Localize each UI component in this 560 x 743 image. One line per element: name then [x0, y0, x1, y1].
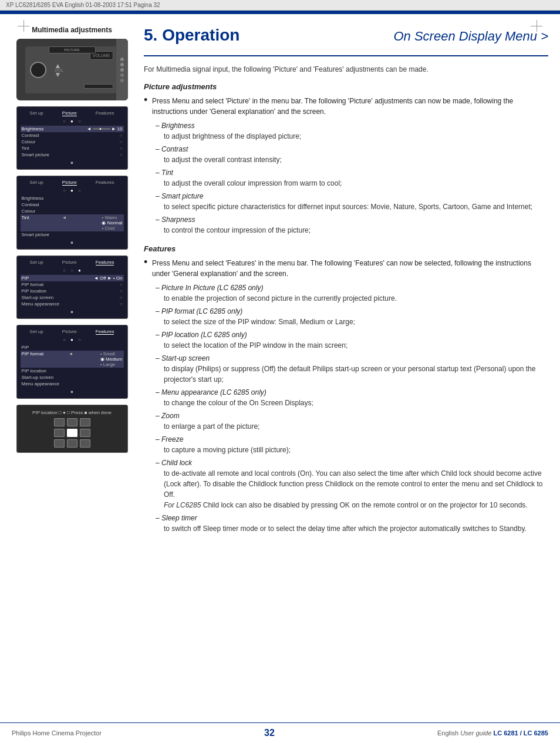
- footer-left: Philips Home Cinema Projector: [12, 729, 102, 737]
- section-title: 5. Operation: [144, 26, 239, 45]
- footer: Philips Home Cinema Projector 32 English…: [0, 722, 560, 743]
- top-bar-text: XP LC6281/6285 EVA English 01-08-2003 17…: [6, 2, 160, 8]
- list-item: – Child lock to de-activate all remote a…: [156, 458, 548, 510]
- screen-picture-brightness: Set up Picture Features ○ ● ○ Brightness…: [16, 106, 128, 170]
- footer-right: English User guide LC 6281 / LC 6285: [437, 729, 548, 737]
- intro-text: For Multimedia signal input, the followi…: [144, 65, 548, 73]
- list-item: – PIP location (LC 6285 only) to select …: [156, 330, 548, 351]
- bullet-dot: •: [144, 95, 152, 117]
- feature-desc-pip-format: to select the size of the PIP window: Sm…: [164, 317, 548, 327]
- list-item: – Tint to adjust the overall colour impr…: [156, 167, 548, 189]
- projector-illustration: VOLUME PICTURE ▲VOL▼: [16, 39, 128, 100]
- list-item: – Smart picture to select specific pictu…: [156, 191, 548, 212]
- features-section: Features • Press Menu and select 'Featur…: [144, 244, 548, 534]
- feature-desc-childlock: to de-activate all remote and local cont…: [164, 468, 548, 510]
- feature-desc-sleep: to switch off Sleep timer mode or to sel…: [164, 523, 548, 534]
- list-item: – Contrast to adjust the overall contras…: [156, 144, 548, 165]
- section-subtitle: On Screen Display Menu >: [393, 29, 548, 44]
- screen-pip-format: Set up Picture Features ○ ● ○ PIP PIP fo…: [16, 325, 128, 399]
- list-item: – Freeze to capture a moving picture (st…: [156, 434, 548, 455]
- list-item: – Menu appearance (LC 6285 only) to chan…: [156, 387, 548, 408]
- list-item: – Start-up screen to display (Philips) o…: [156, 353, 548, 385]
- list-item: – Zoom to enlarge a part of the picture;: [156, 411, 548, 432]
- screen-tint-options: Set up Picture Features ○ ● ○ Brightness…: [16, 176, 128, 250]
- list-item: – Picture In Picture (LC 6285 only) to e…: [156, 283, 548, 304]
- top-bar: XP LC6281/6285 EVA English 01-08-2003 17…: [0, 0, 560, 11]
- feature-desc-zoom: to enlarge a part of the picture;: [164, 421, 548, 432]
- features-feature-list: – Picture In Picture (LC 6285 only) to e…: [156, 283, 548, 534]
- feature-desc-smart: to select specific picture characteristi…: [164, 201, 548, 212]
- crosshair-tl: [18, 20, 29, 32]
- features-bullet-text: Press Menu and select 'Features' in the …: [152, 258, 548, 279]
- feature-desc-pip-location: to select the location of the PIP window…: [164, 340, 548, 351]
- features-bullet-intro: • Press Menu and select 'Features' in th…: [144, 258, 548, 279]
- feature-desc-freeze: to capture a moving picture (still pictu…: [164, 445, 548, 455]
- picture-bullet-intro: • Press Menu and select 'Picture' in the…: [144, 96, 548, 117]
- list-item: – Sharpness to control the contour impre…: [156, 214, 548, 236]
- left-column: Multimedia adjustments VOLUME PICTURE ▲V…: [12, 26, 141, 543]
- picture-adjustments-section: Picture adjustments • Press Menu and sel…: [144, 82, 548, 236]
- list-item: – Brightness to adjust brightness of the…: [156, 120, 548, 142]
- page-number: 32: [264, 728, 275, 738]
- list-item: – Sleep timer to switch off Sleep timer …: [156, 513, 548, 534]
- feature-desc-menu-appearance: to change the colour of the On Screen Di…: [164, 398, 548, 408]
- picture-feature-list: – Brightness to adjust brightness of the…: [156, 120, 548, 236]
- list-item: – PIP format (LC 6285 only) to select th…: [156, 306, 548, 327]
- crosshair-tr: [531, 20, 542, 32]
- screen-features-pip: Set up Picture Features ○ ○ ● PIP ◄ Off …: [16, 255, 128, 319]
- screen-pip-location: PIP location □ ● □ Press ■ when done: [16, 405, 128, 453]
- feature-desc-contrast: to adjust the overall contrast intensity…: [164, 154, 548, 165]
- right-column: 5. Operation On Screen Display Menu > Fo…: [141, 26, 548, 543]
- picture-adjustments-title: Picture adjustments: [144, 82, 548, 91]
- feature-desc-tint: to adjust the overall colour impression …: [164, 178, 548, 189]
- features-title: Features: [144, 244, 548, 253]
- picture-bullet-text: Press Menu and select 'Picture' in the m…: [152, 96, 548, 117]
- bullet-dot-2: •: [144, 257, 152, 279]
- header-row: 5. Operation On Screen Display Menu >: [144, 26, 548, 56]
- multimedia-label: Multimedia adjustments: [12, 26, 132, 34]
- feature-desc-brightness: to adjust brightness of the displayed pi…: [164, 131, 548, 142]
- feature-desc-pip: to enable the projection of second pictu…: [164, 293, 548, 304]
- feature-desc-sharpness: to control the contour impression of the…: [164, 225, 548, 236]
- feature-desc-startup: to display (Philips) or suppress (Off) t…: [164, 364, 548, 385]
